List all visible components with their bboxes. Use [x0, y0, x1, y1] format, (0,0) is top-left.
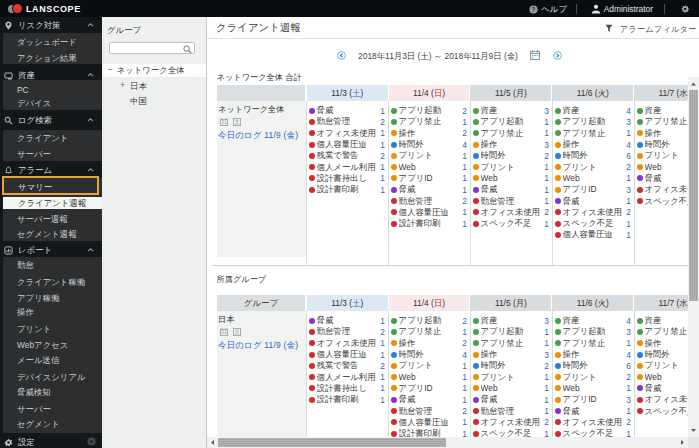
svg-text:?: ?	[532, 5, 536, 12]
svg-text:31: 31	[222, 330, 228, 335]
svg-text:31: 31	[222, 120, 228, 125]
